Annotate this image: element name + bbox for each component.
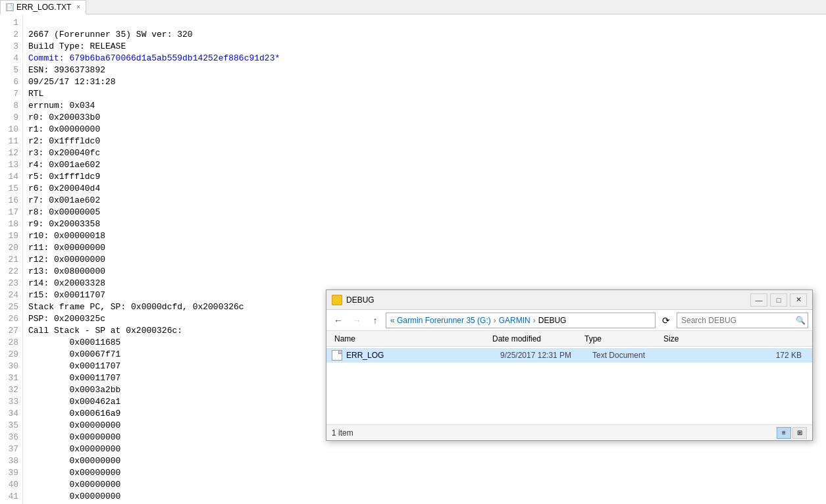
tab-errlog[interactable]: 📄 ERR_LOG.TXT × xyxy=(0,0,86,14)
code-line: 2667 (Forerunner 35) SW ver: 320 xyxy=(28,29,821,41)
code-line: r8: 0x00000005 xyxy=(28,207,821,218)
col-header-date[interactable]: Date modified xyxy=(490,333,582,345)
item-count: 1 item xyxy=(332,428,353,438)
column-headers: Name Date modified Type Size xyxy=(326,331,812,347)
line-number: 27 xyxy=(0,325,18,337)
line-number: 25 xyxy=(0,301,18,313)
code-line: r5: 0x1fffldc9 xyxy=(28,171,821,183)
forward-button[interactable]: → xyxy=(349,313,365,328)
line-number: 18 xyxy=(0,218,18,230)
breadcrumb-sep-1: › xyxy=(494,316,496,325)
line-number: 33 xyxy=(0,396,18,408)
line-number: 20 xyxy=(0,242,18,254)
code-line: ESN: 3936373892 xyxy=(28,64,821,76)
line-number: 16 xyxy=(0,195,18,207)
code-line: r13: 0x08000000 xyxy=(28,266,821,278)
breadcrumb-drive[interactable]: « Garmin Forerunner 35 (G:) xyxy=(390,316,491,325)
breadcrumb-garmin[interactable]: GARMIN xyxy=(499,316,530,325)
code-line: r9: 0x20003358 xyxy=(28,218,821,230)
line-number: 12 xyxy=(0,147,18,159)
line-number: 17 xyxy=(0,207,18,218)
code-line xyxy=(28,17,821,29)
code-line: r2: 0x1fffldc0 xyxy=(28,136,821,147)
line-number: 26 xyxy=(0,313,18,325)
line-number: 36 xyxy=(0,432,18,443)
window-title: DEBUG xyxy=(346,295,750,305)
line-number: 6 xyxy=(0,76,18,88)
line-number: 14 xyxy=(0,171,18,183)
code-line: r3: 0x200040fc xyxy=(28,147,821,159)
search-input[interactable] xyxy=(677,313,808,328)
line-number: 10 xyxy=(0,124,18,136)
minimize-button[interactable]: — xyxy=(750,293,767,307)
line-number: 5 xyxy=(0,64,18,76)
line-number: 4 xyxy=(0,53,18,64)
code-line: RTL xyxy=(28,88,821,100)
line-number: 8 xyxy=(0,100,18,112)
code-line: 0x00000000 xyxy=(28,455,821,467)
tab-close-btn[interactable]: × xyxy=(76,3,80,11)
window-controls: — □ ✕ xyxy=(750,293,807,307)
code-line: Build Type: RELEASE xyxy=(28,41,821,53)
code-line: r1: 0x00000000 xyxy=(28,124,821,136)
breadcrumb-sep-2: › xyxy=(533,316,536,325)
tab-label: ERR_LOG.TXT xyxy=(16,3,71,12)
address-bar: ← → ↑ « Garmin Forerunner 35 (G:) › GARM… xyxy=(326,310,812,331)
code-line: r7: 0x001ae602 xyxy=(28,195,821,207)
window-folder-icon xyxy=(332,295,342,305)
file-row[interactable]: ERR_LOG9/25/2017 12:31 PMText Document17… xyxy=(326,348,812,363)
col-header-type[interactable]: Type xyxy=(582,333,661,345)
line-number: 30 xyxy=(0,361,18,372)
search-icon: 🔍 xyxy=(796,316,806,325)
editor-tab-bar: 📄 ERR_LOG.TXT × xyxy=(0,0,826,14)
line-number: 2 xyxy=(0,29,18,41)
window-titlebar: DEBUG — □ ✕ xyxy=(326,290,812,310)
line-number: 23 xyxy=(0,278,18,290)
code-line: 0x00000000 xyxy=(28,443,821,455)
breadcrumb-bar[interactable]: « Garmin Forerunner 35 (G:) › GARMIN › D… xyxy=(386,313,656,328)
line-number: 9 xyxy=(0,112,18,124)
code-line: 0x00000000 xyxy=(28,491,821,503)
large-icons-view-btn[interactable]: ⊞ xyxy=(792,427,807,439)
code-line: r0: 0x200033b0 xyxy=(28,112,821,124)
code-line: errnum: 0x034 xyxy=(28,100,821,112)
maximize-button[interactable]: □ xyxy=(770,293,787,307)
col-header-name[interactable]: Name xyxy=(332,333,490,345)
code-line: r14: 0x20003328 xyxy=(28,278,821,290)
line-number: 13 xyxy=(0,159,18,171)
status-bar: 1 item ≡ ⊞ xyxy=(326,424,812,440)
file-tab-icon: 📄 xyxy=(6,3,14,11)
line-number: 29 xyxy=(0,349,18,361)
view-buttons: ≡ ⊞ xyxy=(777,427,807,439)
back-button[interactable]: ← xyxy=(330,313,346,328)
line-number: 11 xyxy=(0,136,18,147)
code-line: 0x00000000 xyxy=(28,467,821,479)
code-line: r10: 0x00000018 xyxy=(28,230,821,242)
close-button[interactable]: ✕ xyxy=(790,293,807,307)
file-name: ERR_LOG xyxy=(346,351,500,360)
line-number: 41 xyxy=(0,491,18,503)
line-number: 34 xyxy=(0,408,18,420)
file-type: Text Document xyxy=(592,351,671,360)
line-number: 19 xyxy=(0,230,18,242)
line-number: 37 xyxy=(0,443,18,455)
line-number: 1 xyxy=(0,17,18,29)
code-line: 09/25/17 12:31:28 xyxy=(28,76,821,88)
col-header-size[interactable]: Size xyxy=(661,333,807,345)
explorer-window: DEBUG — □ ✕ ← → ↑ « Garmin Forerunner 35… xyxy=(326,290,813,441)
code-line: r12: 0x00000000 xyxy=(28,254,821,266)
line-number: 31 xyxy=(0,372,18,384)
search-wrapper: 🔍 xyxy=(677,313,808,328)
file-size: 172 KB xyxy=(671,351,807,360)
code-line: r4: 0x001ae602 xyxy=(28,159,821,171)
line-number: 22 xyxy=(0,266,18,278)
line-numbers: 1234567891011121314151617181920212223242… xyxy=(0,14,23,504)
line-number: 7 xyxy=(0,88,18,100)
line-number: 15 xyxy=(0,183,18,195)
details-view-btn[interactable]: ≡ xyxy=(777,427,791,439)
up-button[interactable]: ↑ xyxy=(367,313,383,328)
line-number: 40 xyxy=(0,479,18,491)
code-line: 0x00000000 xyxy=(28,479,821,491)
refresh-button[interactable]: ⟳ xyxy=(658,313,674,328)
breadcrumb-debug: DEBUG xyxy=(538,316,567,325)
